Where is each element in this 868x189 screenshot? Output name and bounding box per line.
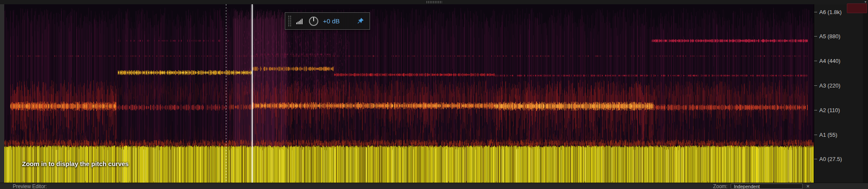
pin-icon[interactable] [356, 17, 364, 25]
ruler-tick [814, 135, 817, 135]
ruler-label: A0 (27.5) [814, 156, 842, 163]
ruler-tick [814, 159, 817, 159]
zoom-mode-value: Independent [734, 184, 760, 189]
status-bar: Preview Editor: Zoom: Independent × [0, 183, 868, 189]
zoom-mode-select[interactable]: Independent [731, 183, 803, 189]
close-button[interactable]: × [806, 183, 810, 189]
drag-dots-icon[interactable] [426, 1, 442, 3]
spectral-pitch-panel: ▾ +0 dB Zoom in to display the pitc [0, 0, 868, 189]
ruler-tick [814, 36, 817, 37]
ruler-label: A5 (880) [814, 33, 840, 40]
spectral-display[interactable]: +0 dB Zoom in to display the pitch curve… [4, 4, 814, 183]
pitch-ruler: A6 (1.8k)A5 (880)A4 (440)A3 (220)A2 (110… [814, 4, 863, 183]
ruler-label: A3 (220) [814, 82, 840, 89]
pitch-curve-hint: Zoom in to display the pitch curves [22, 160, 129, 167]
ruler-tick [814, 61, 817, 61]
selection-marker-line [226, 4, 226, 183]
ruler-label: A1 (55) [814, 131, 837, 138]
preview-editor-label: Preview Editor: [13, 183, 47, 189]
hud-panel[interactable]: +0 dB [285, 12, 370, 30]
ruler-label: A6 (1.8k) [814, 8, 842, 15]
playhead[interactable] [252, 4, 253, 183]
scrollbar-thumb[interactable] [847, 3, 867, 13]
hud-gain-value[interactable]: +0 dB [323, 17, 340, 25]
ruler-tick [814, 85, 817, 86]
level-meter-icon [296, 18, 304, 24]
spectrogram-canvas[interactable] [4, 4, 814, 183]
zoom-controls: Zoom: Independent × [713, 183, 810, 189]
gain-knob-icon[interactable] [308, 16, 319, 27]
vertical-scrollbar[interactable] [863, 4, 868, 183]
zoom-label: Zoom: [713, 183, 727, 189]
ruler-tick [814, 12, 817, 12]
ruler-label: A2 (110) [814, 107, 840, 113]
ruler-label: A4 (440) [814, 58, 840, 65]
panel-top-bar: ▾ [0, 0, 868, 4]
ruler-tick [814, 110, 817, 110]
grip-dots-icon[interactable] [288, 15, 292, 27]
